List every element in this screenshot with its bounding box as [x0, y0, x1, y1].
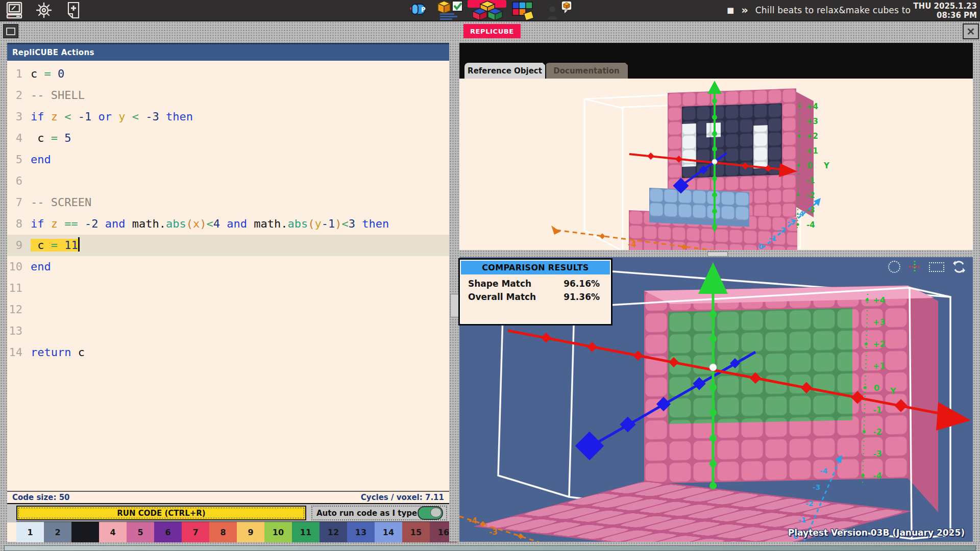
axis-center-icon[interactable]: [909, 260, 921, 273]
palette-swatch-1[interactable]: 1: [16, 522, 44, 542]
rotate-view-icon[interactable]: [952, 260, 966, 273]
palette-swatch-11[interactable]: 11: [292, 522, 320, 542]
comparison-row-overall: Overall Match 91.36%: [460, 289, 611, 302]
taskbar: P: [0, 0, 980, 20]
reference-scene: +4 +3 +2 +1 0 -1 -2 -3 -4 Y -: [459, 79, 973, 251]
svg-text:+4: +4: [806, 102, 818, 111]
code-line-3[interactable]: 3if z < -1 or y < -3 then: [7, 106, 449, 128]
code-line-6[interactable]: 6: [7, 170, 449, 192]
panel-divider-vertical[interactable]: [449, 43, 459, 542]
code-line-4[interactable]: 4 c = 5: [7, 128, 449, 149]
code-line-9[interactable]: 9 c = 11: [7, 235, 449, 256]
palette-swatch-4[interactable]: 4: [99, 522, 127, 542]
autorun-toggle[interactable]: [418, 506, 443, 520]
svg-text:-4: -4: [806, 220, 815, 230]
palette-swatch-8[interactable]: 8: [209, 522, 237, 542]
comparison-results: COMPARISON RESULTS Shape Match 96.16% Ov…: [458, 258, 612, 325]
code-line-8[interactable]: 8if z == -2 and math.abs(x)<4 and math.a…: [7, 213, 449, 235]
palette-swatch-6[interactable]: 6: [154, 522, 182, 542]
svg-text:-4: -4: [628, 240, 636, 249]
run-row: RUN CODE (CTRL+R) Auto run code as I typ…: [7, 503, 449, 522]
svg-text:-2: -2: [806, 191, 815, 200]
svg-text:0: 0: [758, 242, 764, 251]
svg-text:-1: -1: [806, 176, 815, 185]
svg-text:P: P: [421, 6, 426, 13]
origin-dot: [712, 159, 717, 164]
verify-app-icon[interactable]: [437, 0, 467, 20]
svg-text:+4: +4: [873, 295, 886, 305]
vertical-scrollbar-thumb[interactable]: [450, 294, 459, 317]
color-palette: 12345678910111213141516: [16, 521, 457, 542]
svg-text:Y: Y: [890, 386, 896, 396]
svg-text:+3: +3: [806, 117, 818, 126]
circle-select-icon[interactable]: [888, 261, 900, 273]
tab-documentation[interactable]: Documentation: [544, 62, 629, 79]
box-select-icon[interactable]: [929, 262, 944, 272]
view-controls: [888, 260, 966, 273]
code-editor[interactable]: 1c = 02-- SHELL3if z < -1 or y < -3 then…: [7, 59, 449, 495]
clock-time: 08:36 PM: [913, 11, 977, 20]
svg-text:-3: -3: [813, 483, 821, 491]
new-file-icon[interactable]: [64, 2, 83, 19]
svg-text:-4: -4: [796, 210, 804, 218]
palette-swatch-10[interactable]: 10: [264, 522, 292, 542]
display-icon[interactable]: [5, 2, 23, 19]
editor-lines: 1c = 02-- SHELL3if z < -1 or y < -3 then…: [7, 63, 449, 363]
community-app-icon[interactable]: [545, 0, 573, 20]
comparison-row-shape: Shape Match 96.16%: [460, 276, 611, 289]
mailbox-app-icon[interactable]: P: [406, 0, 429, 20]
svg-text:+2: +2: [873, 339, 886, 349]
code-panel-title: RepliCUBE Actions: [7, 43, 449, 61]
palette-swatch-12[interactable]: 12: [320, 522, 347, 542]
code-line-12[interactable]: 12: [7, 299, 449, 320]
divider-handle[interactable]: [707, 252, 728, 257]
window-border-right: [973, 43, 980, 551]
build-wall-side: [908, 286, 938, 512]
svg-text:0: 0: [874, 383, 879, 393]
code-line-2[interactable]: 2-- SHELL: [7, 85, 449, 106]
close-window-button[interactable]: ✕: [963, 23, 979, 39]
svg-text:+1: +1: [873, 361, 886, 371]
code-line-1[interactable]: 1c = 0: [7, 63, 449, 85]
svg-text:-3: -3: [873, 449, 882, 459]
comparison-title: COMPARISON RESULTS: [461, 261, 610, 274]
viewport-region: Reference Object Documentation: [459, 43, 973, 542]
palette-app-icon[interactable]: [510, 0, 537, 20]
svg-text:-3: -3: [489, 528, 498, 537]
reference-viewport[interactable]: +4 +3 +2 +1 0 -1 -2 -3 -4 Y -: [459, 79, 973, 251]
code-line-10[interactable]: 10end: [7, 256, 449, 278]
replicube-app-icon[interactable]: [471, 0, 504, 20]
tab-reference-object[interactable]: Reference Object: [463, 62, 546, 79]
origin-dot: [709, 364, 717, 371]
code-line-14[interactable]: 14return c: [7, 342, 449, 363]
palette-swatch-3[interactable]: 3: [71, 522, 99, 542]
cycles-per-voxel-label: Cycles / voxel: 7.11: [361, 493, 444, 502]
version-label: Playtest Version 03B (January 2025): [788, 528, 965, 538]
overall-match-value: 91.36%: [564, 292, 600, 302]
code-line-5[interactable]: 5end: [7, 149, 449, 170]
palette-swatch-13[interactable]: 13: [347, 522, 375, 542]
editor-statusbar: Code size: 50 Cycles / voxel: 7.11: [7, 491, 449, 503]
code-line-13[interactable]: 13: [7, 320, 449, 342]
svg-text:-1: -1: [769, 234, 777, 242]
code-line-11[interactable]: 11: [7, 278, 449, 299]
palette-swatch-14[interactable]: 14: [375, 522, 402, 542]
horizontal-scrollbar[interactable]: [4, 545, 976, 551]
overall-match-label: Overall Match: [468, 292, 536, 302]
settings-gear-icon[interactable]: [35, 2, 53, 19]
text-caret: [78, 237, 80, 252]
palette-swatch-7[interactable]: 7: [182, 522, 209, 542]
palette-swatch-9[interactable]: 9: [237, 522, 264, 542]
code-line-7[interactable]: 7-- SCREEN: [7, 192, 449, 213]
window-titlebar[interactable]: REPLICUBE ✕: [0, 20, 980, 44]
palette-swatch-5[interactable]: 5: [127, 522, 154, 542]
palette-swatch-15[interactable]: 15: [402, 522, 430, 542]
window-menu-icon[interactable]: [3, 24, 18, 38]
panel-divider-horizontal[interactable]: [459, 250, 973, 257]
palette-swatch-2[interactable]: 2: [44, 522, 71, 542]
run-code-button[interactable]: RUN CODE (CTRL+R): [16, 506, 306, 520]
svg-text:+3: +3: [873, 317, 886, 327]
window-border-left: [0, 43, 7, 551]
music-next-icon[interactable]: »: [741, 4, 748, 16]
music-stop-icon[interactable]: ■: [727, 6, 734, 15]
